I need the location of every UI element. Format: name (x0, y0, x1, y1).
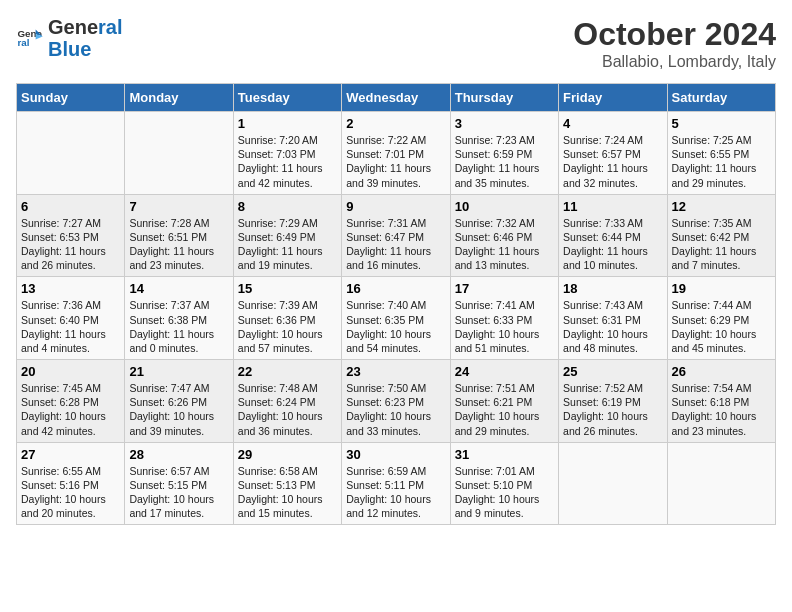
calendar-cell: 20Sunrise: 7:45 AM Sunset: 6:28 PM Dayli… (17, 360, 125, 443)
day-info: Sunrise: 7:32 AM Sunset: 6:46 PM Dayligh… (455, 216, 554, 273)
calendar-cell: 12Sunrise: 7:35 AM Sunset: 6:42 PM Dayli… (667, 194, 775, 277)
calendar-cell (667, 442, 775, 525)
calendar-cell (559, 442, 667, 525)
calendar-cell: 9Sunrise: 7:31 AM Sunset: 6:47 PM Daylig… (342, 194, 450, 277)
day-number: 2 (346, 116, 445, 131)
day-info: Sunrise: 7:31 AM Sunset: 6:47 PM Dayligh… (346, 216, 445, 273)
day-info: Sunrise: 7:23 AM Sunset: 6:59 PM Dayligh… (455, 133, 554, 190)
day-number: 13 (21, 281, 120, 296)
day-number: 31 (455, 447, 554, 462)
day-header-sunday: Sunday (17, 84, 125, 112)
week-row-4: 20Sunrise: 7:45 AM Sunset: 6:28 PM Dayli… (17, 360, 776, 443)
calendar-cell: 5Sunrise: 7:25 AM Sunset: 6:55 PM Daylig… (667, 112, 775, 195)
day-info: Sunrise: 7:51 AM Sunset: 6:21 PM Dayligh… (455, 381, 554, 438)
calendar-cell (17, 112, 125, 195)
day-info: Sunrise: 7:27 AM Sunset: 6:53 PM Dayligh… (21, 216, 120, 273)
calendar-cell: 26Sunrise: 7:54 AM Sunset: 6:18 PM Dayli… (667, 360, 775, 443)
day-number: 16 (346, 281, 445, 296)
calendar-cell: 8Sunrise: 7:29 AM Sunset: 6:49 PM Daylig… (233, 194, 341, 277)
month-title: October 2024 (573, 16, 776, 53)
day-number: 1 (238, 116, 337, 131)
calendar-cell: 6Sunrise: 7:27 AM Sunset: 6:53 PM Daylig… (17, 194, 125, 277)
day-header-tuesday: Tuesday (233, 84, 341, 112)
week-row-5: 27Sunrise: 6:55 AM Sunset: 5:16 PM Dayli… (17, 442, 776, 525)
calendar-cell: 16Sunrise: 7:40 AM Sunset: 6:35 PM Dayli… (342, 277, 450, 360)
calendar-cell: 13Sunrise: 7:36 AM Sunset: 6:40 PM Dayli… (17, 277, 125, 360)
calendar-cell: 28Sunrise: 6:57 AM Sunset: 5:15 PM Dayli… (125, 442, 233, 525)
day-number: 5 (672, 116, 771, 131)
day-info: Sunrise: 7:40 AM Sunset: 6:35 PM Dayligh… (346, 298, 445, 355)
calendar-cell: 14Sunrise: 7:37 AM Sunset: 6:38 PM Dayli… (125, 277, 233, 360)
calendar-cell: 27Sunrise: 6:55 AM Sunset: 5:16 PM Dayli… (17, 442, 125, 525)
day-info: Sunrise: 6:57 AM Sunset: 5:15 PM Dayligh… (129, 464, 228, 521)
day-info: Sunrise: 7:25 AM Sunset: 6:55 PM Dayligh… (672, 133, 771, 190)
week-row-1: 1Sunrise: 7:20 AM Sunset: 7:03 PM Daylig… (17, 112, 776, 195)
calendar-cell: 18Sunrise: 7:43 AM Sunset: 6:31 PM Dayli… (559, 277, 667, 360)
day-number: 4 (563, 116, 662, 131)
day-number: 30 (346, 447, 445, 462)
calendar-cell: 3Sunrise: 7:23 AM Sunset: 6:59 PM Daylig… (450, 112, 558, 195)
day-info: Sunrise: 7:52 AM Sunset: 6:19 PM Dayligh… (563, 381, 662, 438)
day-info: Sunrise: 7:45 AM Sunset: 6:28 PM Dayligh… (21, 381, 120, 438)
calendar-cell: 22Sunrise: 7:48 AM Sunset: 6:24 PM Dayli… (233, 360, 341, 443)
day-info: Sunrise: 7:54 AM Sunset: 6:18 PM Dayligh… (672, 381, 771, 438)
title-block: October 2024 Ballabio, Lombardy, Italy (573, 16, 776, 71)
day-number: 29 (238, 447, 337, 462)
day-info: Sunrise: 7:24 AM Sunset: 6:57 PM Dayligh… (563, 133, 662, 190)
calendar-cell: 23Sunrise: 7:50 AM Sunset: 6:23 PM Dayli… (342, 360, 450, 443)
calendar-cell: 29Sunrise: 6:58 AM Sunset: 5:13 PM Dayli… (233, 442, 341, 525)
day-header-friday: Friday (559, 84, 667, 112)
day-number: 25 (563, 364, 662, 379)
calendar-cell (125, 112, 233, 195)
day-info: Sunrise: 7:28 AM Sunset: 6:51 PM Dayligh… (129, 216, 228, 273)
day-info: Sunrise: 6:58 AM Sunset: 5:13 PM Dayligh… (238, 464, 337, 521)
calendar-cell: 10Sunrise: 7:32 AM Sunset: 6:46 PM Dayli… (450, 194, 558, 277)
day-number: 3 (455, 116, 554, 131)
location-title: Ballabio, Lombardy, Italy (573, 53, 776, 71)
calendar-cell: 1Sunrise: 7:20 AM Sunset: 7:03 PM Daylig… (233, 112, 341, 195)
day-info: Sunrise: 7:20 AM Sunset: 7:03 PM Dayligh… (238, 133, 337, 190)
day-info: Sunrise: 6:59 AM Sunset: 5:11 PM Dayligh… (346, 464, 445, 521)
day-number: 14 (129, 281, 228, 296)
day-number: 18 (563, 281, 662, 296)
day-info: Sunrise: 7:33 AM Sunset: 6:44 PM Dayligh… (563, 216, 662, 273)
logo: Gene ral General Blue (16, 16, 123, 60)
calendar-cell: 11Sunrise: 7:33 AM Sunset: 6:44 PM Dayli… (559, 194, 667, 277)
page-header: Gene ral General Blue October 2024 Balla… (16, 16, 776, 71)
day-number: 12 (672, 199, 771, 214)
day-header-wednesday: Wednesday (342, 84, 450, 112)
day-info: Sunrise: 7:47 AM Sunset: 6:26 PM Dayligh… (129, 381, 228, 438)
day-info: Sunrise: 7:44 AM Sunset: 6:29 PM Dayligh… (672, 298, 771, 355)
svg-text:ral: ral (17, 37, 29, 48)
day-number: 8 (238, 199, 337, 214)
day-number: 27 (21, 447, 120, 462)
day-info: Sunrise: 7:50 AM Sunset: 6:23 PM Dayligh… (346, 381, 445, 438)
logo-icon: Gene ral (16, 24, 44, 52)
day-info: Sunrise: 7:41 AM Sunset: 6:33 PM Dayligh… (455, 298, 554, 355)
day-info: Sunrise: 7:35 AM Sunset: 6:42 PM Dayligh… (672, 216, 771, 273)
calendar-cell: 21Sunrise: 7:47 AM Sunset: 6:26 PM Dayli… (125, 360, 233, 443)
day-info: Sunrise: 7:37 AM Sunset: 6:38 PM Dayligh… (129, 298, 228, 355)
day-number: 6 (21, 199, 120, 214)
day-info: Sunrise: 6:55 AM Sunset: 5:16 PM Dayligh… (21, 464, 120, 521)
week-row-2: 6Sunrise: 7:27 AM Sunset: 6:53 PM Daylig… (17, 194, 776, 277)
calendar-cell: 31Sunrise: 7:01 AM Sunset: 5:10 PM Dayli… (450, 442, 558, 525)
day-number: 24 (455, 364, 554, 379)
day-number: 9 (346, 199, 445, 214)
calendar-cell: 30Sunrise: 6:59 AM Sunset: 5:11 PM Dayli… (342, 442, 450, 525)
day-header-thursday: Thursday (450, 84, 558, 112)
day-number: 10 (455, 199, 554, 214)
week-row-3: 13Sunrise: 7:36 AM Sunset: 6:40 PM Dayli… (17, 277, 776, 360)
calendar-cell: 17Sunrise: 7:41 AM Sunset: 6:33 PM Dayli… (450, 277, 558, 360)
calendar-cell: 15Sunrise: 7:39 AM Sunset: 6:36 PM Dayli… (233, 277, 341, 360)
day-number: 20 (21, 364, 120, 379)
day-number: 28 (129, 447, 228, 462)
day-info: Sunrise: 7:01 AM Sunset: 5:10 PM Dayligh… (455, 464, 554, 521)
calendar-cell: 4Sunrise: 7:24 AM Sunset: 6:57 PM Daylig… (559, 112, 667, 195)
day-info: Sunrise: 7:22 AM Sunset: 7:01 PM Dayligh… (346, 133, 445, 190)
header-row: SundayMondayTuesdayWednesdayThursdayFrid… (17, 84, 776, 112)
day-info: Sunrise: 7:43 AM Sunset: 6:31 PM Dayligh… (563, 298, 662, 355)
day-header-monday: Monday (125, 84, 233, 112)
day-info: Sunrise: 7:36 AM Sunset: 6:40 PM Dayligh… (21, 298, 120, 355)
day-number: 11 (563, 199, 662, 214)
